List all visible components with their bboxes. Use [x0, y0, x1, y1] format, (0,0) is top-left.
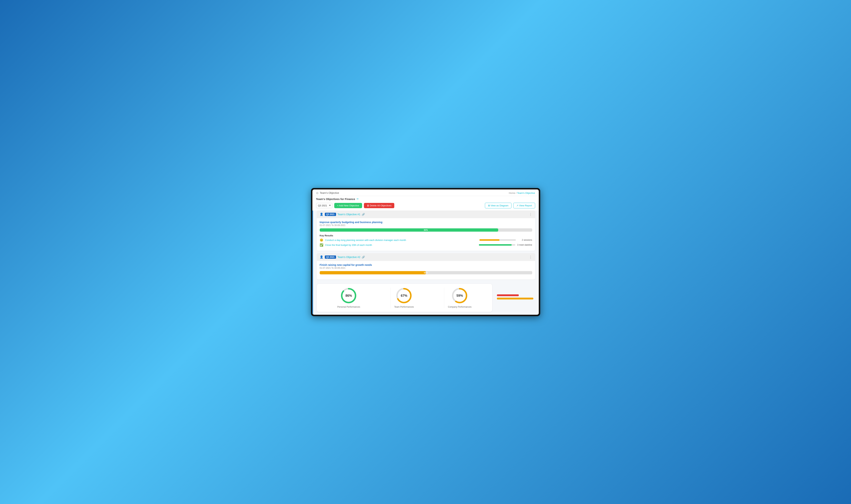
- app-header: ⊙ Team's Objective Home / Team's Objecti…: [312, 190, 539, 196]
- objective-1-body: Improve quarterly budgeting and business…: [317, 218, 535, 251]
- toolbar-left: Q3 2021 Q2 2021 Q1 2021 Q4 2020 + Add Ne…: [316, 203, 395, 208]
- breadcrumb: Home / Team's Objective: [509, 192, 535, 194]
- objective-2-progress-label: 50%: [424, 272, 428, 274]
- objective-1-progress-label: 84%: [424, 229, 428, 231]
- gear-icon: ⊙: [316, 191, 318, 195]
- page-title: Team's Objectives for Finance: [316, 197, 355, 200]
- view-report-button[interactable]: ↗ View Report: [513, 203, 535, 209]
- content-area: 👤 Q3 2021 Team's Objective #1 🔗 ⋮ Improv…: [312, 211, 539, 315]
- perf-pct-company: 59%: [456, 294, 463, 298]
- kr-label-2: Close the final budget by 20th of each m…: [325, 244, 477, 246]
- kr-label-1: Conduct a day-long planning session with…: [325, 239, 477, 241]
- objective-1-progress-bar: 84%: [320, 228, 532, 232]
- edit-icon[interactable]: ✏: [357, 197, 359, 200]
- more-menu-icon-2[interactable]: ⋮: [529, 255, 532, 259]
- kr-icon-2: ✅: [320, 243, 323, 247]
- objective-2-badge: Q3 2021: [325, 255, 336, 259]
- objective-2-name: Finish raising new capital for growth ne…: [320, 264, 532, 266]
- perf-card-team: 67% Team Performances: [390, 287, 417, 308]
- breadcrumb-separator: /: [516, 192, 517, 194]
- perf-label-personal: Personal Performances: [337, 306, 360, 308]
- kr-bar-2: [479, 244, 515, 246]
- breadcrumb-home: Home: [509, 192, 515, 194]
- perf-circle-team: 67%: [396, 287, 412, 304]
- perf-circle-personal: 86%: [341, 287, 357, 304]
- objective-2-dates: 01-07-2021 To 30-09-2021: [320, 267, 532, 269]
- perf-card-personal: 86% Personal Performances: [334, 287, 364, 308]
- perf-section-wrapper: 86% Personal Performances 67%: [317, 282, 535, 312]
- perf-label-team: Team Performances: [394, 306, 414, 308]
- app-header-left: ⊙ Team's Objective: [316, 191, 339, 195]
- objective-2-progress-bar: 50%: [320, 271, 532, 274]
- objective-1-header-left: 👤 Q3 2021 Team's Objective #1 🔗: [320, 213, 365, 216]
- app-title: Team's Objective: [320, 192, 339, 194]
- objective-1-name: Improve quarterly budgeting and business…: [320, 221, 532, 223]
- objective-2-title: Team's Objective #2: [337, 256, 361, 258]
- key-result-row-1: 😐 Conduct a day-long planning session wi…: [320, 238, 532, 242]
- user-icon: 👤: [320, 213, 323, 216]
- perf-card-company: 59% Company Performances: [444, 287, 475, 308]
- user-icon-2: 👤: [320, 255, 323, 259]
- objective-block-1: 👤 Q3 2021 Team's Objective #1 🔗 ⋮ Improv…: [317, 211, 535, 251]
- kr-value-2: 3 meet dateline: [517, 244, 532, 246]
- kr-bar-1: [480, 239, 516, 241]
- objective-2-header: 👤 Q3 2021 Team's Objective #2 🔗 ⋮: [317, 253, 535, 261]
- kr-bar-fill-2: [479, 244, 512, 246]
- mini-bar-orange: [497, 298, 533, 300]
- objective-1-progress-fill: [320, 228, 498, 232]
- objective-1-badge: Q3 2021: [325, 213, 336, 216]
- quarter-select[interactable]: Q3 2021 Q2 2021 Q1 2021 Q4 2020: [316, 203, 332, 208]
- objective-2-body: Finish raising new capital for growth ne…: [317, 261, 535, 280]
- objective-1-header: 👤 Q3 2021 Team's Objective #1 🔗 ⋮: [317, 211, 535, 218]
- breadcrumb-current[interactable]: Team's Objective: [517, 192, 535, 194]
- kr-bar-fill-1: [480, 239, 500, 241]
- outer-frame: ⊙ Team's Objective Home / Team's Objecti…: [311, 188, 540, 316]
- objective-2-header-left: 👤 Q3 2021 Team's Objective #2 🔗: [320, 255, 365, 259]
- kr-value-1: 2 sessions: [518, 239, 532, 241]
- mini-bar-red: [497, 294, 519, 296]
- page-title-row: Team's Objectives for Finance ✏: [312, 196, 539, 201]
- perf-pct-team: 67%: [401, 294, 407, 298]
- link-icon-2[interactable]: 🔗: [362, 256, 365, 258]
- mini-bars: [495, 294, 535, 300]
- perf-pct-personal: 86%: [345, 294, 352, 298]
- link-icon-1[interactable]: 🔗: [362, 213, 365, 216]
- objective-block-2: 👤 Q3 2021 Team's Objective #2 🔗 ⋮ Finish…: [317, 253, 535, 280]
- perf-label-company: Company Performances: [448, 306, 471, 308]
- toolbar-right: ⊞ View as Diagram ↗ View Report: [485, 203, 535, 209]
- perf-circle-company: 59%: [451, 287, 468, 304]
- more-menu-icon-1[interactable]: ⋮: [529, 212, 532, 216]
- key-result-row-2: ✅ Close the final budget by 20th of each…: [320, 243, 532, 247]
- objective-1-title: Team's Objective #1: [337, 213, 361, 216]
- kr-icon-1: 😐: [320, 238, 323, 242]
- objective-1-dates: 01-07-2021 To 30-09-2021: [320, 224, 532, 227]
- delete-all-button[interactable]: 🗑 Delete All Objectives: [364, 203, 395, 208]
- toolbar: Q3 2021 Q2 2021 Q1 2021 Q4 2020 + Add Ne…: [312, 201, 539, 211]
- view-diagram-button[interactable]: ⊞ View as Diagram: [485, 203, 512, 209]
- add-objective-button[interactable]: + Add New Objective: [334, 203, 362, 208]
- objective-2-progress-fill: [320, 271, 426, 274]
- inner-frame: ⊙ Team's Objective Home / Team's Objecti…: [312, 190, 539, 315]
- perf-section: 86% Personal Performances 67%: [317, 284, 492, 312]
- key-results-title-1: Key Results: [320, 234, 532, 237]
